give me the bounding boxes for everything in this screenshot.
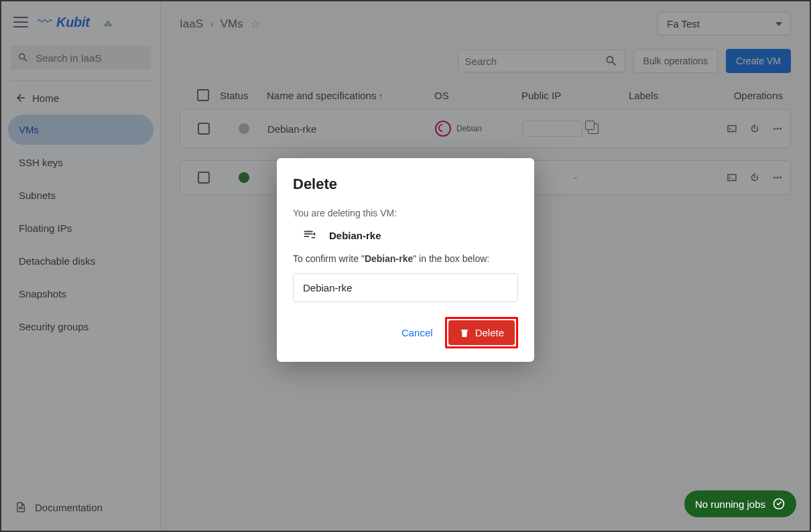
delete-modal: Delete You are deleting this VM: Debian-…	[277, 158, 534, 362]
trash-icon	[459, 328, 470, 338]
confirm-input[interactable]	[293, 273, 518, 302]
jobs-label: No running jobs	[695, 498, 765, 510]
check-circle-icon	[772, 497, 786, 511]
jobs-status-pill[interactable]: No running jobs	[684, 490, 796, 517]
cancel-button[interactable]: Cancel	[399, 322, 436, 344]
modal-vm-name: Debian-rke	[329, 230, 381, 241]
modal-subtitle: You are deleting this VM:	[293, 208, 518, 218]
vm-icon	[302, 228, 317, 243]
delete-button[interactable]: Delete	[448, 320, 515, 345]
modal-overlay: Delete You are deleting this VM: Debian-…	[1, 1, 810, 531]
confirm-instruction: To confirm write "Debian-rke" in the box…	[293, 253, 518, 264]
delete-label: Delete	[475, 327, 504, 338]
delete-button-highlight: Delete	[445, 317, 518, 348]
modal-title: Delete	[293, 176, 518, 193]
